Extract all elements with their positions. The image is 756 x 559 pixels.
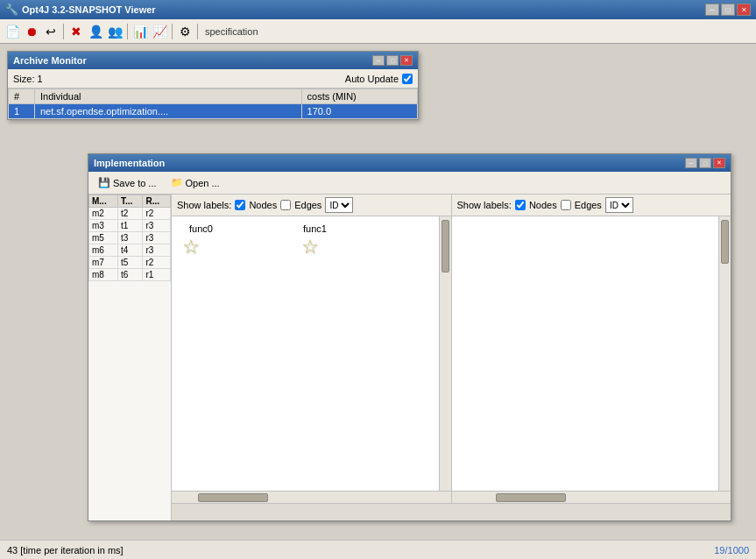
- func1-star: ☆: [301, 236, 319, 258]
- archive-monitor-titlebar: Archive Monitor ─ □ ✕: [8, 52, 418, 69]
- edges-label-right: Edges: [575, 200, 602, 210]
- save-icon: 💾: [98, 177, 110, 188]
- left-graph-svg: [172, 216, 451, 503]
- archive-toolbar: Size: 1 Auto Update: [8, 69, 418, 88]
- graphs-area: Show labels: Nodes Edges ID Show labels:…: [172, 195, 731, 520]
- modules-cell: r3: [143, 244, 171, 257]
- modules-cell: m6: [89, 244, 118, 257]
- modules-cell: t5: [118, 257, 143, 269]
- modules-cell: m7: [89, 257, 118, 269]
- record-icon[interactable]: ⏺: [23, 23, 40, 40]
- stop-red-icon[interactable]: ✖: [67, 23, 85, 40]
- separator-2: [127, 24, 128, 39]
- col-header-num[interactable]: #: [9, 89, 35, 104]
- modules-row[interactable]: m2t2r2: [89, 208, 171, 220]
- app-title: Opt4J 3.2-SNAPSHOT Viewer: [22, 4, 156, 15]
- right-graph-hscrollbar[interactable]: [452, 491, 731, 503]
- edges-checkbox-right[interactable]: [561, 200, 571, 210]
- auto-update-label: Auto Update: [345, 74, 399, 84]
- impl-statusbar: [172, 503, 731, 520]
- right-graph[interactable]: r2 bus2 r1 r3: [452, 216, 731, 503]
- settings-icon[interactable]: ⚙: [176, 23, 194, 40]
- right-graph-vscrollbar[interactable]: [718, 216, 731, 491]
- left-hscroll-thumb[interactable]: [198, 493, 268, 502]
- modules-row[interactable]: m8t6r1: [89, 269, 171, 281]
- modules-cell: m5: [89, 232, 118, 244]
- id-select-right[interactable]: ID: [605, 197, 633, 213]
- modules-cell: r1: [143, 269, 171, 281]
- mod-col-r[interactable]: R...: [143, 195, 171, 208]
- right-graph-controls: Show labels: Nodes Edges ID: [452, 195, 731, 216]
- modules-row[interactable]: m3t1r3: [89, 220, 171, 232]
- table-row[interactable]: 1 net.sf.opendse.optimization.... 170.0: [9, 104, 418, 119]
- modules-row[interactable]: m7t5r2: [89, 257, 171, 269]
- new-icon[interactable]: 📄: [4, 23, 21, 40]
- mod-col-m[interactable]: M...: [89, 195, 118, 208]
- cell-individual: net.sf.opendse.optimization....: [35, 104, 302, 119]
- modules-cell: t3: [118, 232, 143, 244]
- nodes-label-left: Nodes: [249, 200, 277, 210]
- save-to-button[interactable]: 💾 Save to ...: [94, 174, 161, 191]
- edges-label-left: Edges: [294, 200, 321, 210]
- archive-minimize-btn[interactable]: ─: [372, 55, 385, 66]
- line-chart-icon[interactable]: 📈: [151, 23, 168, 40]
- minimize-button[interactable]: ─: [705, 4, 719, 16]
- status-right: 19/1000: [714, 545, 749, 555]
- maximize-button[interactable]: □: [721, 4, 735, 16]
- nodes-checkbox-right[interactable]: [515, 200, 526, 210]
- col-header-individual[interactable]: Individual: [35, 89, 302, 104]
- col-header-costs[interactable]: costs (MIN): [301, 89, 417, 104]
- id-select-left[interactable]: ID: [325, 197, 353, 213]
- left-graph-vscrollbar[interactable]: [439, 216, 451, 491]
- impl-maximize-btn[interactable]: □: [699, 158, 711, 168]
- impl-toolbar: 💾 Save to ... 📁 Open ...: [88, 172, 731, 195]
- modules-cell: m2: [89, 208, 118, 220]
- user-icon[interactable]: 👤: [87, 23, 104, 40]
- modules-cell: t6: [118, 269, 143, 281]
- impl-minimize-btn[interactable]: ─: [685, 158, 697, 168]
- impl-body: M... T... R... m2t2r2m3t1r3m5t3r3m6t4r3m…: [88, 195, 731, 520]
- main-statusbar: 43 [time per iteration in ms] 19/1000: [0, 540, 756, 559]
- users-icon[interactable]: 👥: [106, 23, 124, 40]
- back-icon[interactable]: ↩: [42, 23, 60, 40]
- edges-checkbox-left[interactable]: [280, 200, 291, 210]
- archive-size: Size: 1: [13, 74, 43, 84]
- implementation-titlebar: Implementation ─ □ ✕: [88, 154, 731, 172]
- archive-table: # Individual costs (MIN) 1 net.sf.opends…: [8, 88, 418, 119]
- right-hscroll-thumb[interactable]: [496, 493, 566, 502]
- nodes-checkbox-left[interactable]: [235, 200, 245, 210]
- separator-4: [197, 24, 198, 39]
- modules-cell: r3: [143, 232, 171, 244]
- graph-controls: Show labels: Nodes Edges ID Show labels:…: [172, 195, 731, 216]
- auto-update-checkbox[interactable]: [402, 74, 413, 84]
- open-button[interactable]: 📁 Open ...: [166, 174, 224, 191]
- left-graph-hscrollbar[interactable]: [172, 491, 451, 503]
- modules-cell: t2: [118, 208, 143, 220]
- archive-monitor-window: Archive Monitor ─ □ ✕ Size: 1 Auto Updat…: [7, 51, 419, 120]
- modules-table: M... T... R... m2t2r2m3t1r3m5t3r3m6t4r3m…: [88, 195, 171, 281]
- status-left: 43 [time per iteration in ms]: [7, 545, 124, 555]
- show-labels-right: Show labels:: [457, 200, 512, 210]
- left-graph[interactable]: func0 func1 ☆ ☆ t1 c1 t2 t3 c2 t4 t5 c3 …: [172, 216, 452, 503]
- modules-cell: m3: [89, 220, 118, 232]
- modules-cell: t4: [118, 244, 143, 257]
- modules-row[interactable]: m5t3r3: [89, 232, 171, 244]
- modules-panel: M... T... R... m2t2r2m3t1r3m5t3r3m6t4r3m…: [88, 195, 172, 520]
- close-button[interactable]: ✕: [737, 4, 751, 16]
- func1-label: func1: [303, 223, 327, 234]
- mod-col-t[interactable]: T...: [118, 195, 143, 208]
- main-titlebar: 🔧 Opt4J 3.2-SNAPSHOT Viewer ─ □ ✕: [0, 0, 756, 19]
- archive-maximize-btn[interactable]: □: [386, 55, 399, 66]
- right-vscroll-thumb[interactable]: [721, 220, 729, 264]
- left-vscroll-thumb[interactable]: [442, 220, 449, 272]
- cell-num: 1: [9, 104, 35, 119]
- archive-close-btn[interactable]: ✕: [400, 55, 413, 66]
- implementation-title: Implementation: [94, 158, 165, 168]
- cell-costs: 170.0: [301, 104, 417, 119]
- toolbar-specification: specification: [205, 26, 258, 37]
- impl-close-btn[interactable]: ✕: [713, 158, 725, 168]
- bar-chart-icon[interactable]: 📊: [131, 23, 149, 40]
- separator-3: [172, 24, 173, 39]
- archive-monitor-title: Archive Monitor: [13, 55, 87, 66]
- modules-row[interactable]: m6t4r3: [89, 244, 171, 257]
